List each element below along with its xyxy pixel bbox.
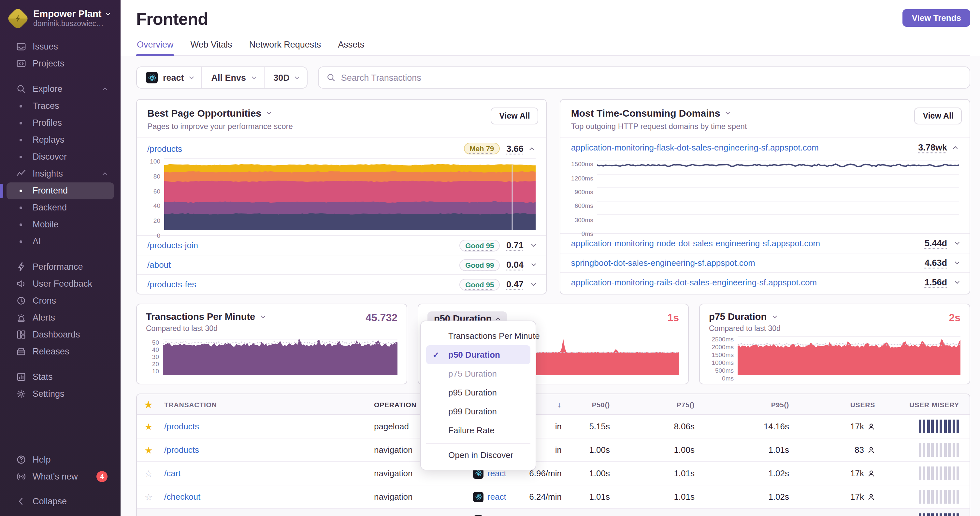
- sidebar-item-projects[interactable]: Projects: [6, 56, 114, 72]
- sidebar-item-help[interactable]: Help: [6, 451, 114, 468]
- users-cell: 17k: [789, 468, 880, 478]
- best-pages-view-all-button[interactable]: View All: [491, 108, 539, 124]
- chevron-down-icon[interactable]: [772, 313, 777, 318]
- sidebar-item-insights[interactable]: Insights: [6, 165, 114, 183]
- column-header-users[interactable]: USERS: [789, 400, 880, 408]
- column-header-p75[interactable]: P75(): [610, 400, 695, 408]
- sidebar-item-user-feedback[interactable]: User Feedback: [6, 276, 114, 292]
- bullet-icon: [16, 156, 26, 158]
- expand-row-button[interactable]: [530, 242, 536, 248]
- chevron-down-icon[interactable]: [267, 110, 271, 114]
- p95-cell: 1.01s: [695, 445, 789, 455]
- transaction-link[interactable]: /about: [147, 260, 171, 270]
- star-toggle[interactable]: ☆: [137, 492, 160, 502]
- tab-network-requests[interactable]: Network Requests: [248, 37, 322, 56]
- sidebar-item-collapse[interactable]: Collapse: [6, 492, 114, 510]
- tab-assets[interactable]: Assets: [337, 37, 365, 56]
- expand-row-button[interactable]: [954, 260, 959, 266]
- tab-web-vitals[interactable]: Web Vitals: [190, 37, 233, 56]
- date-range-filter[interactable]: 30D: [264, 67, 307, 88]
- sidebar-item-dashboards[interactable]: Dashboards: [6, 326, 114, 343]
- star-toggle[interactable]: ★: [137, 445, 160, 455]
- sidebar-item-issues[interactable]: Issues: [6, 38, 114, 56]
- sidebar-item-mobile[interactable]: Mobile: [6, 216, 114, 233]
- sidebar-item-performance[interactable]: Performance: [6, 259, 114, 276]
- bullet-icon: [16, 122, 26, 124]
- env-filter[interactable]: All Envs: [202, 67, 264, 88]
- menu-item-p95-duration[interactable]: p95 Duration: [426, 383, 530, 402]
- sidebar-item-traces[interactable]: Traces: [6, 98, 114, 115]
- expand-row-button[interactable]: [954, 240, 959, 246]
- domain-link[interactable]: application-monitoring-node-dot-sales-en…: [571, 238, 820, 248]
- chevron-down-icon: [189, 74, 194, 79]
- sidebar-item-backend[interactable]: Backend: [6, 199, 114, 216]
- sidebar-item-frontend[interactable]: Frontend: [6, 183, 114, 199]
- tpm-cell: 6.24/min: [525, 492, 562, 502]
- project-filter[interactable]: react: [137, 67, 202, 88]
- search-transactions-input[interactable]: [341, 73, 962, 83]
- transaction-link[interactable]: /products-join: [147, 240, 198, 250]
- expand-row-button[interactable]: [954, 279, 959, 285]
- header-star-icon[interactable]: ★: [137, 399, 160, 410]
- chevron-down-icon[interactable]: [261, 313, 265, 318]
- menu-item-label: p99 Duration: [448, 406, 497, 416]
- sidebar-item-replays[interactable]: Replays: [6, 132, 114, 149]
- menu-item-label: Failure Rate: [448, 426, 495, 435]
- collapse-row-button[interactable]: [954, 144, 959, 151]
- sidebar-item-releases[interactable]: Releases: [6, 343, 114, 360]
- sidebar-item-stats[interactable]: Stats: [6, 369, 114, 386]
- menu-item-p75-duration[interactable]: p75 Duration: [426, 364, 530, 383]
- sidebar-item-discover[interactable]: Discover: [6, 149, 114, 165]
- transaction-link[interactable]: /products: [164, 445, 199, 455]
- transaction-link[interactable]: /checkout: [164, 492, 200, 502]
- domain-link[interactable]: springboot-dot-sales-engineering-sf.apps…: [571, 258, 755, 268]
- chevron-down-icon[interactable]: [725, 110, 730, 114]
- filter-bar: react All Envs 30D: [136, 67, 970, 89]
- p75-cell: 8.06s: [610, 422, 695, 431]
- project-link[interactable]: react: [487, 492, 506, 502]
- expand-row-button[interactable]: [530, 262, 536, 268]
- column-header-p95[interactable]: P95(): [695, 400, 789, 408]
- org-switcher[interactable]: Empower Plant dominik.buszowiec…: [0, 0, 121, 35]
- column-header-user-misery[interactable]: USER MISERY: [880, 400, 970, 408]
- domain-link[interactable]: application-monitoring-rails-dot-sales-e…: [571, 278, 817, 287]
- sidebar-item-label: Help: [33, 454, 51, 464]
- star-toggle[interactable]: ☆: [137, 468, 160, 478]
- expand-row-button[interactable]: [530, 281, 536, 287]
- domain-link[interactable]: application-monitoring-flask-dot-sales-e…: [571, 143, 819, 152]
- menu-item-p99-duration[interactable]: p99 Duration: [426, 402, 530, 421]
- sidebar-item-what-s-new[interactable]: What's new4: [6, 468, 114, 485]
- sidebar-item-crons[interactable]: Crons: [6, 292, 114, 310]
- tab-overview[interactable]: Overview: [136, 37, 174, 56]
- menu-item-failure-rate[interactable]: Failure Rate: [426, 421, 530, 440]
- collapse-row-button[interactable]: [530, 146, 536, 151]
- column-header-transaction[interactable]: TRANSACTION: [160, 400, 366, 408]
- sidebar-item-label: Settings: [33, 389, 65, 399]
- sidebar-item-profiles[interactable]: Profiles: [6, 115, 114, 132]
- menu-item-p50-duration[interactable]: ✓p50 Duration: [426, 345, 530, 364]
- performance-icon: [16, 262, 26, 272]
- view-trends-button[interactable]: View Trends: [903, 9, 970, 27]
- page-filters: react All Envs 30D: [136, 67, 308, 89]
- sidebar-item-explore[interactable]: Explore: [6, 81, 114, 98]
- domain-row: springboot-dot-sales-engineering-sf.apps…: [561, 253, 970, 272]
- transaction-link[interactable]: /cart: [164, 468, 181, 478]
- domains-view-all-button[interactable]: View All: [914, 108, 962, 124]
- sidebar-item-label: Discover: [33, 152, 67, 162]
- menu-item-transactions-per-minute[interactable]: Transactions Per Minute: [426, 326, 530, 345]
- sidebar-item-alerts[interactable]: Alerts: [6, 310, 114, 326]
- collapse-icon: [16, 496, 26, 506]
- sidebar-item-settings[interactable]: Settings: [6, 386, 114, 403]
- table-row: ☆/products-joinpageloadreact3.88/min1.50…: [137, 509, 970, 516]
- p50-cell: 5.15s: [562, 422, 610, 431]
- transaction-link[interactable]: /products: [164, 422, 199, 431]
- page-opportunity-row: /aboutGood 990.04: [137, 255, 546, 274]
- menu-item-open-in-discover[interactable]: Open in Discover: [426, 443, 530, 465]
- transaction-link[interactable]: /products-fes: [147, 279, 196, 289]
- opportunity-score: 0.71: [506, 240, 523, 250]
- column-header-p50[interactable]: P50(): [562, 400, 610, 408]
- transaction-link[interactable]: /products: [147, 144, 182, 154]
- star-toggle[interactable]: ★: [137, 421, 160, 432]
- sidebar-item-label: Profiles: [33, 118, 62, 128]
- sidebar-item-ai[interactable]: AI: [6, 233, 114, 250]
